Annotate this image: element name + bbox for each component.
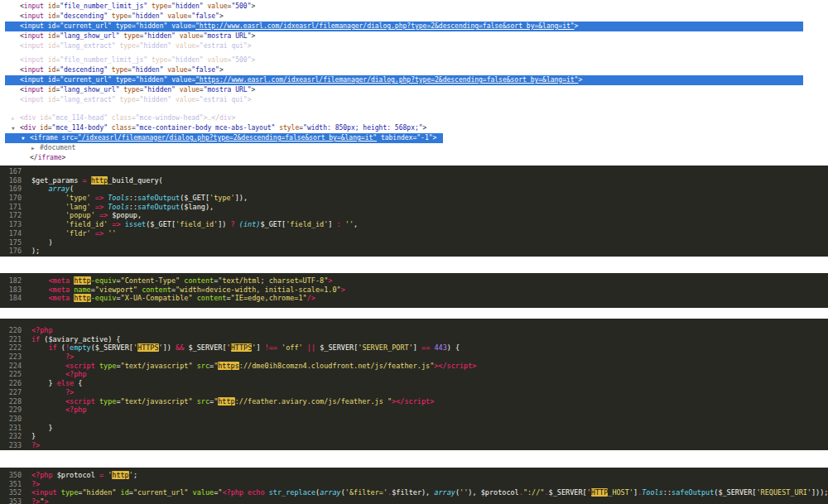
syntax-token: type (99, 397, 116, 406)
syntax-token (31, 406, 65, 414)
code-text: 'popup' => $popup, (22, 211, 142, 219)
code-text (22, 167, 31, 175)
code-line[interactable]: 169 array( (0, 185, 828, 194)
syntax-token: <script (65, 362, 99, 370)
expand-arrow-icon[interactable]: ▶ (31, 143, 40, 153)
syntax-token: => (95, 194, 104, 202)
syntax-token: 'SERVER_PORT' (358, 343, 413, 352)
dom-node[interactable]: <input id="file_number_limit_js" type="h… (5, 2, 803, 12)
dom-node[interactable]: ▼<div id="mce_114-body" class="mce-conta… (5, 123, 803, 133)
code-line[interactable]: 182 <meta http-equiv="Content-Type" cont… (0, 276, 828, 286)
code-line[interactable]: 224 <script type="text/javascript" src="… (0, 362, 828, 371)
code-line[interactable]: 175 ) (0, 238, 828, 247)
syntax-token (31, 276, 48, 285)
line-number: 351 (0, 480, 22, 489)
line-number: 172 (0, 211, 22, 220)
code-line[interactable]: 170 'type' => Tools::safeOutput($_GET['t… (0, 194, 828, 203)
code-line[interactable]: 351?> (0, 480, 828, 489)
syntax-token: ] (328, 220, 336, 228)
syntax-token: content (142, 286, 171, 294)
code-line[interactable]: 231 } (0, 424, 828, 433)
expand-arrow-icon[interactable]: ▶ (12, 113, 20, 123)
search-match-highlight: http (218, 397, 234, 406)
syntax-token: class (112, 114, 132, 122)
syntax-token (31, 220, 65, 228)
code-line[interactable]: 233?> (0, 441, 828, 450)
syntax-token: src (62, 134, 74, 142)
syntax-token: value (207, 2, 227, 10)
syntax-token: iframe (34, 134, 58, 142)
code-line[interactable]: 225 <?php (0, 370, 828, 379)
syntax-token (31, 185, 48, 193)
dom-node[interactable]: ▶<div id="mce_114-head" class="mce-windo… (5, 113, 803, 123)
code-line[interactable]: 230 (0, 415, 828, 424)
code-line[interactable]: 229 <?php (0, 406, 828, 415)
syntax-token: safeOutput (137, 194, 180, 202)
syntax-token: /> (307, 294, 315, 302)
syntax-token: ($_GET[ (146, 220, 176, 228)
code-line[interactable]: 227 ?> (0, 388, 828, 397)
syntax-token: "mce-container-body mce-abs-layout" (136, 124, 276, 132)
syntax-token: "://" (523, 488, 545, 497)
syntax-token: "viewport" (95, 286, 137, 294)
syntax-token: type (116, 76, 132, 84)
code-line[interactable]: 176); (0, 247, 828, 256)
syntax-token: "estrai qui" (200, 96, 248, 103)
code-line[interactable]: 167 (0, 167, 828, 176)
dom-node-selected[interactable]: <input id="current_url" type="hidden" va… (5, 75, 803, 85)
syntax-token: style (279, 124, 299, 132)
code-line[interactable]: 223 ?> (0, 353, 828, 362)
dom-node[interactable]: <input id="descending" type="hidden" val… (5, 65, 803, 75)
dom-node[interactable]: </iframe> (5, 153, 803, 163)
dom-node[interactable]: <input id="lang_show_url" type="hidden" … (5, 85, 803, 95)
dom-node[interactable]: ▶#document (5, 143, 803, 153)
dom-node[interactable]: <input id="lang_extract" type="hidden" v… (5, 41, 803, 50)
line-number: 222 (0, 343, 22, 353)
code-text: ?> (22, 388, 74, 396)
syntax-token: ); (31, 247, 40, 255)
dom-node[interactable]: <input id="lang_extract" type="hidden" v… (5, 95, 803, 105)
code-line[interactable]: 228 <script type="text/javascript" src="… (0, 397, 828, 406)
code-line[interactable]: 173 'field_id' => isset($_GET['field_id'… (0, 220, 828, 229)
dom-node[interactable]: <input id="file_number_limit_js" type="h… (5, 55, 803, 65)
line-number: 167 (0, 167, 22, 176)
syntax-token (31, 370, 65, 378)
syntax-token: && (176, 343, 184, 352)
line-number: 225 (0, 370, 22, 379)
code-line[interactable]: 353?>"> (0, 497, 828, 504)
code-line[interactable]: 168$get_params = http_build_query( (0, 176, 828, 185)
syntax-token: type (123, 32, 139, 40)
dom-node-selected[interactable]: <input id="current_url" type="hidden" va… (5, 22, 803, 31)
code-line[interactable]: 232} (0, 432, 828, 441)
collapse-arrow-icon[interactable]: ▼ (12, 123, 20, 133)
code-line[interactable]: 350<?php $protocol = 'http'; (0, 471, 828, 480)
code-line[interactable]: 172 'popup' => $popup, (0, 211, 828, 220)
syntax-token: <?php (31, 326, 53, 334)
syntax-token: ></script> (434, 362, 476, 370)
dom-node[interactable]: <input id="descending" type="hidden" val… (5, 12, 803, 22)
code-line[interactable]: 171 'lang' => Tools::safeOutput($lang), (0, 203, 828, 212)
code-line[interactable]: 174 'fldr' => '' (0, 229, 828, 238)
syntax-token: input (24, 12, 44, 20)
syntax-token: $_SERVER[ (315, 343, 358, 352)
code-line[interactable]: 352<input type="hidden" id="current_url"… (0, 488, 828, 497)
code-line[interactable]: 226 } else { (0, 379, 828, 388)
code-line[interactable]: 221if ($aviary_active) { (0, 335, 828, 344)
code-line[interactable]: 183 <meta name="viewport" content="width… (0, 286, 828, 295)
code-line[interactable]: 220<?php (0, 326, 828, 335)
collapse-arrow-icon[interactable]: ▼ (22, 133, 30, 143)
syntax-token: 'lang' (65, 203, 91, 211)
dom-node[interactable]: <input id="lang_show_url" type="hidden" … (5, 31, 803, 41)
code-line[interactable]: 222 if (!empty($_SERVER['HTTPS']) && $_S… (0, 343, 828, 353)
syntax-token: type (112, 66, 128, 74)
code-line[interactable]: 184 <meta http-equiv="X-UA-Compatible" c… (0, 294, 828, 303)
dom-node-selected[interactable]: ▼<iframe src="/idxeasrl/filemanager/dial… (5, 133, 443, 143)
syntax-token: if (31, 335, 40, 343)
syntax-token: "hidden" (143, 86, 176, 94)
code-text: <?php (22, 326, 53, 334)
syntax-token: "IE=edge,chrome=1" (231, 294, 307, 302)
syntax-token: -equiv (91, 294, 117, 302)
syntax-token (31, 194, 65, 202)
syntax-token: ( (70, 185, 74, 193)
syntax-token: id (40, 114, 48, 122)
